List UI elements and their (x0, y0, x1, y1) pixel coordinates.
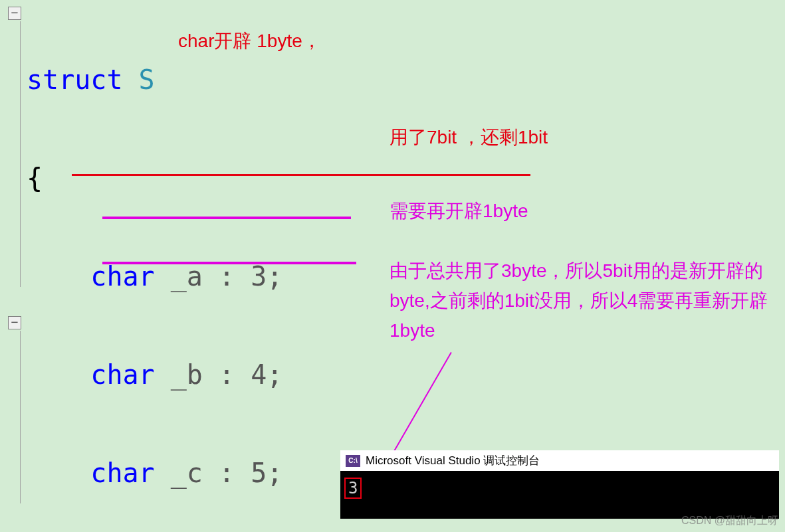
console-result: 3 (344, 478, 362, 499)
console-title-bar: C:\ Microsoft Visual Studio 调试控制台 (340, 450, 779, 471)
fold-box-1[interactable]: − (8, 7, 21, 20)
underline-red (72, 174, 530, 176)
code-line-1: struct S (27, 61, 619, 98)
underline-purple-1 (102, 217, 351, 219)
console-window: C:\ Microsoft Visual Studio 调试控制台 3 (340, 450, 779, 519)
watermark: CSDN @甜甜向上呀 (681, 514, 778, 528)
console-title-text: Microsoft Visual Studio 调试控制台 (366, 453, 540, 468)
fold-box-2[interactable]: − (8, 316, 21, 329)
console-icon: C:\ (346, 455, 360, 467)
underline-purple-2 (102, 262, 356, 264)
code-line-2: { (27, 159, 619, 197)
code-line-4: char _b : 4; (27, 356, 619, 393)
fold-gutter: − − (0, 0, 24, 532)
console-output: 3 (340, 471, 779, 519)
